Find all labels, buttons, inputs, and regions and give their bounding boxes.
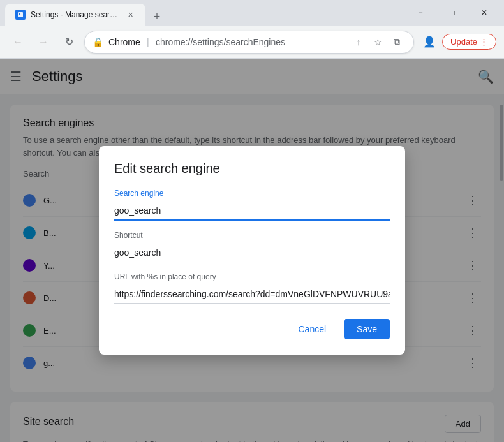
search-engine-input[interactable] [114,202,390,221]
dialog-actions: Cancel Save [114,319,390,339]
shortcut-input[interactable] [114,244,390,262]
forward-button[interactable]: → [33,32,54,52]
dialog-title: Edit search engine [114,161,390,176]
shortcut-field-group: Shortcut [114,231,390,262]
reload-button[interactable]: ↻ [59,32,79,52]
edit-search-engine-dialog: Edit search engine Search engine Shortcu… [99,146,405,355]
split-view-icon[interactable]: ⧉ [388,33,406,51]
close-button[interactable]: ✕ [470,3,499,23]
url-field-group: URL with %s in place of query [114,272,390,304]
url-label: URL with %s in place of query [114,272,390,281]
cancel-button[interactable]: Cancel [285,319,339,339]
tab-title: Settings - Manage search engine [31,10,120,19]
separator: | [147,36,149,48]
title-bar: Settings - Manage search engine ✕ + − □ … [0,0,504,26]
page-content: ☰ Settings 🔍 Search engines To use a sea… [0,59,504,442]
new-tab-button[interactable]: + [148,8,166,26]
bookmark-icon[interactable]: ☆ [369,33,387,51]
update-label: Update [450,37,477,47]
update-menu-icon: ⋮ [480,37,488,47]
search-engine-label: Search engine [114,189,390,198]
window-controls: − □ ✕ [406,3,499,23]
back-button[interactable]: ← [8,32,28,52]
svg-rect-1 [19,13,20,15]
profile-icon[interactable]: 👤 [419,32,440,52]
browser-frame: Settings - Manage search engine ✕ + − □ … [0,0,504,442]
toolbar-right: 👤 Update ⋮ [419,32,496,52]
minimize-button[interactable]: − [406,3,435,23]
save-button[interactable]: Save [344,319,390,339]
omnibox[interactable]: 🔒 Chrome | chrome://settings/searchEngin… [84,31,414,54]
address-bar: ← → ↻ 🔒 Chrome | chrome://settings/searc… [0,26,504,59]
shortcut-label: Shortcut [114,231,390,240]
tab-favicon [15,10,26,20]
share-icon[interactable]: ↑ [350,33,367,51]
tab-close-button[interactable]: ✕ [125,10,135,20]
active-tab[interactable]: Settings - Manage search engine ✕ [5,4,145,26]
update-button[interactable]: Update ⋮ [442,34,496,50]
url-text: chrome://settings/searchEngines [156,37,285,47]
search-engine-field-group: Search engine [114,189,390,221]
site-name: Chrome [108,37,140,47]
url-input[interactable] [114,285,390,304]
lock-icon: 🔒 [93,37,103,47]
omnibox-actions: ↑ ☆ ⧉ [350,33,406,51]
maximize-button[interactable]: □ [438,3,467,23]
tab-strip: Settings - Manage search engine ✕ + [5,0,406,26]
dialog-overlay[interactable]: Edit search engine Search engine Shortcu… [0,59,504,442]
